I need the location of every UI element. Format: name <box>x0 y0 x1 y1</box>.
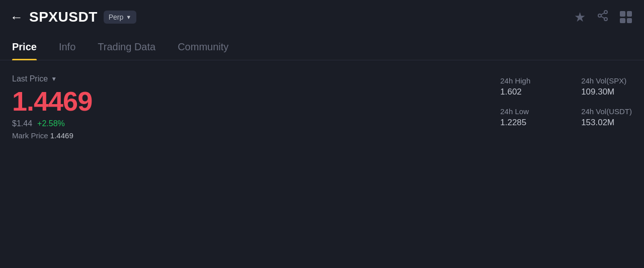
stat-24h-high-label: 24h High <box>500 76 551 85</box>
stat-24h-vol-usdt-label: 24h Vol(USDT) <box>581 107 632 116</box>
tab-trading-data[interactable]: Trading Data <box>98 34 155 60</box>
chevron-down-icon: ▼ <box>126 14 131 20</box>
stat-24h-vol-spx: 24h Vol(SPX) 109.30M <box>581 76 632 97</box>
mark-price-row: Mark Price 1.4469 <box>12 131 92 140</box>
stat-24h-low: 24h Low 1.2285 <box>500 107 551 128</box>
stat-24h-vol-usdt-value: 153.02M <box>581 118 632 128</box>
svg-line-4 <box>601 13 605 15</box>
price-left: Last Price ▼ 1.4469 $1.44 +2.58% Mark Pr… <box>12 74 92 140</box>
tabs-container: Price Info Trading Data Community <box>0 34 644 60</box>
stat-24h-low-value: 1.2285 <box>500 118 551 128</box>
perp-label: Perp <box>109 13 124 21</box>
stat-24h-vol-spx-label: 24h Vol(SPX) <box>581 76 632 85</box>
stats-grid: 24h High 1.602 24h Vol(SPX) 109.30M 24h … <box>500 74 632 128</box>
stat-24h-high: 24h High 1.602 <box>500 76 551 97</box>
tab-community[interactable]: Community <box>178 34 228 60</box>
stat-24h-high-value: 1.602 <box>500 87 551 97</box>
stat-24h-vol-spx-value: 109.30M <box>581 87 632 97</box>
svg-point-2 <box>604 18 607 21</box>
stat-24h-vol-usdt: 24h Vol(USDT) 153.02M <box>581 107 632 128</box>
price-change: +2.58% <box>37 119 65 128</box>
back-button[interactable]: ← <box>10 11 23 24</box>
header-left: ← SPXUSDT Perp ▼ <box>10 9 136 25</box>
stat-24h-low-label: 24h Low <box>500 107 551 116</box>
grid-icon[interactable] <box>620 11 632 23</box>
mark-price-label: Mark Price <box>12 131 48 140</box>
main-price: 1.4469 <box>12 86 92 116</box>
star-icon[interactable]: ★ <box>574 10 586 25</box>
price-usd-row: $1.44 +2.58% <box>12 119 92 128</box>
symbol-title: SPXUSDT <box>29 9 98 25</box>
usd-price: $1.44 <box>12 119 32 128</box>
svg-point-1 <box>598 14 601 17</box>
price-section: Last Price ▼ 1.4469 $1.44 +2.58% Mark Pr… <box>0 60 644 140</box>
share-icon[interactable] <box>597 10 609 25</box>
svg-point-0 <box>604 11 607 14</box>
svg-line-3 <box>601 17 605 19</box>
last-price-label: Last Price ▼ <box>12 74 92 83</box>
tab-price[interactable]: Price <box>12 34 37 60</box>
mark-price-value-num: 1.4469 <box>50 131 73 140</box>
price-direction-icon: ▼ <box>51 75 57 82</box>
perp-badge[interactable]: Perp ▼ <box>104 11 136 24</box>
header-right: ★ <box>574 10 632 25</box>
header: ← SPXUSDT Perp ▼ ★ <box>0 0 644 34</box>
tab-info[interactable]: Info <box>59 34 75 60</box>
